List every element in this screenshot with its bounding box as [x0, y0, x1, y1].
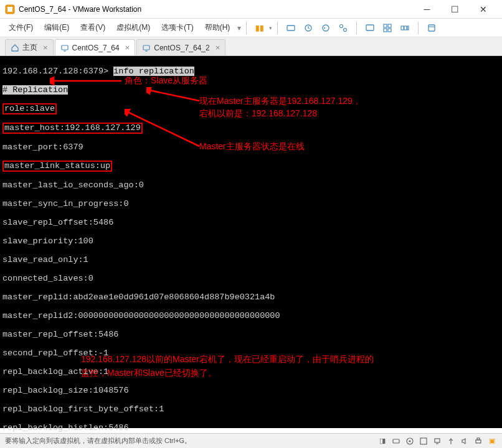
svg-rect-21 [393, 439, 399, 443]
snapshot-manager-button[interactable] [336, 21, 350, 35]
annotation-status: Master主服务器状态是在线 [199, 142, 305, 151]
tab-label: 主页 [22, 42, 37, 53]
window-title: CentOS_7_64 - VMware Workstation [19, 5, 413, 14]
menu-tabs[interactable]: 选项卡(T) [156, 20, 198, 35]
library-button[interactable] [425, 21, 438, 35]
svg-rect-26 [476, 440, 481, 443]
master-link-line: master_link_status:up [2, 161, 112, 172]
svg-point-4 [323, 25, 329, 31]
tabbar: 主页 × CentOS_7_64 × CentOS_7_64_2 × [0, 37, 502, 56]
statusbar: 要将输入定向到该虚拟机，请在虚拟机内部单击或按 Ctrl+G。 ◨ ▣ [0, 433, 502, 448]
term-line: master_replid2:0000000000000000000000000… [2, 311, 500, 320]
annotation-role: 角色：Slave从服务器 [125, 76, 207, 85]
separator [356, 22, 357, 34]
tab-close-icon[interactable]: × [43, 43, 48, 52]
replication-heading: # Replication [2, 85, 68, 95]
menu-file[interactable]: 文件(F) [4, 20, 38, 35]
usb-icon[interactable] [446, 436, 456, 446]
terminal-view[interactable]: 192.168.127.128:6379> info replication #… [0, 56, 502, 428]
window-controls: ─ ☐ ✕ [413, 1, 497, 18]
printer-icon[interactable] [473, 436, 483, 446]
sound-icon[interactable] [460, 436, 470, 446]
thumbnail-button[interactable] [398, 21, 412, 35]
separator [418, 22, 419, 34]
term-line: slave_repl_offset:5486 [2, 218, 500, 227]
term-line: master_last_io_seconds_ago:0 [2, 180, 500, 190]
term-line: connected_slaves:0 [2, 274, 500, 283]
term-line: master_repl_offset:5486 [2, 330, 500, 339]
status-text: 要将输入定向到该虚拟机，请在虚拟机内部单击或按 Ctrl+G。 [5, 436, 191, 446]
svg-rect-9 [388, 24, 391, 27]
master-host-line: master_host:192.168.127.129 [2, 123, 143, 134]
input-icon[interactable]: ◨ [377, 436, 387, 446]
svg-point-23 [409, 440, 411, 442]
svg-rect-16 [62, 45, 68, 50]
term-line: repl_backlog_first_byte_offset:1 [2, 404, 500, 414]
separator [246, 22, 247, 34]
message-icon[interactable]: ▣ [487, 436, 497, 446]
floppy-icon[interactable] [419, 436, 429, 446]
svg-point-5 [340, 24, 343, 27]
svg-rect-15 [429, 25, 435, 31]
svg-rect-11 [388, 29, 391, 32]
tab-centos2[interactable]: CentOS_7_64_2 × [136, 39, 225, 55]
role-line: role:slave [2, 103, 57, 114]
term-line: master_sync_in_progress:0 [2, 199, 500, 208]
fullscreen-button[interactable] [363, 21, 377, 35]
vmware-icon [5, 4, 15, 14]
prompt: 192.168.127.128:6379> [2, 67, 113, 76]
hdd-icon[interactable] [391, 436, 401, 446]
svg-rect-1 [7, 7, 12, 12]
svg-rect-10 [384, 29, 387, 32]
term-line: repl_backlog_size:1048576 [2, 386, 500, 395]
tab-label: CentOS_7_64 [72, 44, 120, 52]
menu-view[interactable]: 查看(V) [75, 20, 110, 35]
tab-home[interactable]: 主页 × [5, 39, 54, 55]
tab-close-icon[interactable]: × [125, 43, 130, 52]
maximize-button[interactable]: ☐ [441, 1, 469, 18]
svg-rect-14 [407, 26, 409, 30]
status-icons: ◨ ▣ [377, 436, 497, 446]
svg-rect-12 [401, 26, 404, 30]
vm-icon [142, 44, 151, 52]
svg-rect-17 [143, 45, 149, 50]
separator [277, 22, 278, 34]
snapshot-revert-button[interactable] [319, 21, 333, 35]
term-line: repl_backlog_histlen:5486 [2, 423, 500, 432]
cd-icon[interactable] [405, 436, 415, 446]
svg-rect-13 [404, 26, 407, 30]
svg-rect-27 [477, 438, 480, 440]
menubar: 文件(F) 编辑(E) 查看(V) 虚拟机(M) 选项卡(T) 帮助(H) ▾ … [0, 19, 502, 37]
tab-centos1[interactable]: CentOS_7_64 × [55, 39, 136, 55]
menu-edit[interactable]: 编辑(E) [39, 20, 74, 35]
home-icon [11, 44, 19, 52]
snapshot-button[interactable] [301, 21, 315, 35]
term-line: slave_read_only:1 [2, 255, 500, 264]
close-button[interactable]: ✕ [469, 1, 497, 18]
menu-help[interactable]: 帮助(H) [200, 20, 235, 35]
vm-icon [60, 44, 69, 52]
command: info replication [113, 67, 194, 76]
svg-rect-7 [366, 25, 374, 30]
tab-close-icon[interactable]: × [215, 43, 220, 52]
svg-rect-24 [420, 438, 427, 444]
term-line: slave_priority:100 [2, 236, 500, 246]
minimize-button[interactable]: ─ [413, 1, 441, 18]
menu-vm[interactable]: 虚拟机(M) [111, 20, 155, 35]
svg-rect-8 [384, 24, 387, 27]
annotation-summary: 192.168.127.128以前的Master宕机了，现在已经重启动了，由于哨… [81, 352, 430, 380]
svg-rect-2 [287, 26, 295, 30]
dropdown-icon[interactable]: ▾ [269, 25, 272, 31]
term-line: master_replid:abd2eae1e0dd961d07e8068604… [2, 292, 500, 302]
tab-label: CentOS_7_64_2 [154, 44, 209, 52]
send-ctrl-alt-del-button[interactable] [284, 21, 298, 35]
svg-point-6 [344, 28, 347, 31]
network-icon[interactable] [432, 436, 442, 446]
unity-button[interactable] [381, 21, 394, 35]
window-titlebar: CentOS_7_64 - VMware Workstation ─ ☐ ✕ [0, 0, 502, 19]
annotation-master: 现在Master主服务器是192.168.127.129， 宕机以前是：192.… [199, 95, 399, 119]
svg-rect-25 [435, 439, 440, 442]
menu-dropdown-icon[interactable]: ▾ [237, 24, 241, 32]
pause-button[interactable]: ▮▮ [253, 21, 267, 35]
